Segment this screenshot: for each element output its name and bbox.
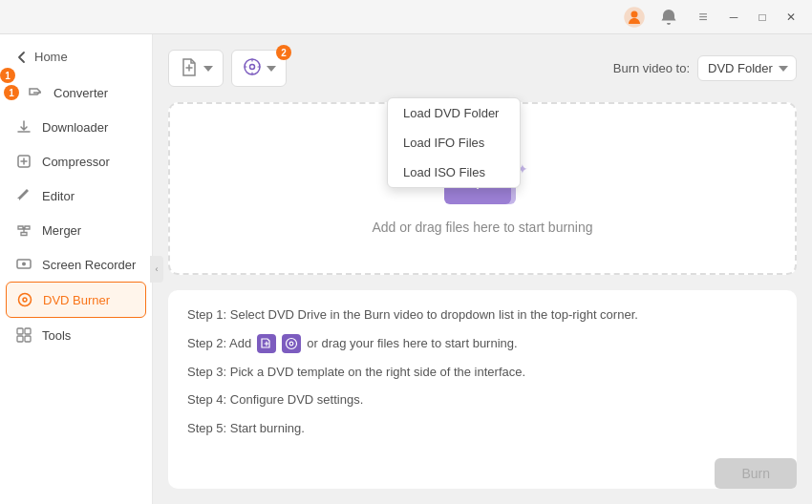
sidebar-tools-label: Tools: [42, 328, 71, 343]
collapse-handle[interactable]: ‹: [150, 256, 163, 283]
minimize-button[interactable]: ─: [720, 4, 747, 31]
editor-icon: [15, 187, 32, 204]
svg-point-1: [631, 10, 638, 17]
step-2: Step 2: Add or drag your files here to s…: [187, 334, 778, 353]
svg-rect-8: [25, 328, 31, 334]
dropdown-item-load-dvd-folder[interactable]: Load DVD Folder: [388, 98, 520, 128]
sidebar-item-editor[interactable]: Editor: [0, 178, 152, 213]
steps-panel: Step 1: Select DVD Drive in the Burn vid…: [168, 290, 797, 489]
sidebar-item-converter[interactable]: 1 Converter: [0, 75, 152, 110]
toolbar-left: 2: [168, 50, 287, 87]
sidebar-item-merger[interactable]: Merger: [0, 213, 152, 247]
user-icon[interactable]: [621, 4, 648, 31]
toolbar-right: Burn video to: DVD FolderDVD DiscISO Fil…: [613, 55, 797, 81]
step-1-text: Step 1: Select DVD Drive in the Burn vid…: [187, 305, 638, 325]
sidebar-item-compressor[interactable]: Compressor: [0, 144, 152, 178]
step-4: Step 4: Configure DVD settings.: [187, 390, 778, 410]
dvd-burner-icon: [16, 291, 33, 308]
bell-icon[interactable]: [655, 4, 682, 31]
step-2-prefix: Step 2: Add: [187, 334, 251, 353]
sidebar-compressor-label: Compressor: [42, 155, 110, 169]
back-arrow-icon: [15, 51, 29, 64]
step-3: Step 3: Pick a DVD template on the right…: [187, 363, 778, 382]
step-5: Step 5: Start burning.: [187, 419, 778, 438]
step-3-text: Step 3: Pick a DVD template on the right…: [187, 363, 525, 382]
load-dvd-dropdown-arrow: [267, 64, 276, 74]
maximize-button[interactable]: □: [749, 4, 776, 31]
svg-rect-7: [17, 328, 23, 334]
svg-point-14: [289, 342, 293, 346]
dropdown-item-load-iso-files[interactable]: Load ISO Files: [388, 158, 520, 187]
load-dvd-icon: [242, 56, 263, 80]
downloader-icon: [15, 118, 32, 136]
add-file-button[interactable]: [168, 50, 224, 87]
dropdown-item-load-ifo-files[interactable]: Load IFO Files: [388, 128, 520, 158]
sidebar-back-button[interactable]: Home: [0, 42, 152, 72]
load-dvd-button[interactable]: 2: [231, 50, 287, 87]
svg-point-5: [19, 294, 32, 306]
svg-point-6: [23, 298, 27, 302]
add-file-icon: [179, 56, 200, 80]
sidebar-downloader-label: Downloader: [42, 120, 108, 135]
close-button[interactable]: ✕: [778, 4, 804, 31]
svg-point-13: [287, 338, 297, 348]
burn-destination-select[interactable]: DVD FolderDVD DiscISO File: [697, 55, 797, 81]
burn-label: Burn video to:: [613, 61, 690, 75]
step-2-icon-add: [257, 334, 276, 353]
converter-badge: 1: [4, 85, 19, 100]
title-bar-extra-icons: ≡: [621, 4, 716, 31]
load-dvd-badge: 2: [276, 45, 291, 60]
step-2-suffix: or drag your files here to start burning…: [307, 334, 517, 353]
burn-button[interactable]: Burn: [715, 458, 797, 489]
sidebar-editor-label: Editor: [42, 189, 75, 203]
sidebar-item-screen-recorder[interactable]: Screen Recorder: [0, 247, 152, 282]
content-area: 2 Burn video to: DVD FolderDVD DiscISO F…: [153, 34, 812, 504]
svg-point-12: [250, 65, 255, 70]
main-layout: Home 1 1 Converter Downloader Compressor: [0, 34, 812, 504]
title-bar: ≡ ─ □ ✕: [0, 0, 812, 34]
step-1: Step 1: Select DVD Drive in the Burn vid…: [187, 305, 778, 325]
merger-icon: [15, 221, 32, 239]
toolbar: 2 Burn video to: DVD FolderDVD DiscISO F…: [168, 50, 797, 87]
load-dvd-dropdown-menu: Load DVD Folder Load IFO Files Load ISO …: [387, 97, 521, 188]
sidebar-converter-label: Converter: [53, 86, 108, 100]
step-4-text: Step 4: Configure DVD settings.: [187, 390, 363, 410]
svg-rect-10: [25, 336, 31, 342]
step-5-text: Step 5: Start burning.: [187, 419, 305, 438]
svg-point-4: [22, 262, 26, 266]
sidebar-merger-label: Merger: [42, 223, 81, 238]
sidebar: Home 1 1 Converter Downloader Compressor: [0, 34, 153, 504]
drop-zone-text: Add or drag files here to start burning: [372, 220, 592, 235]
screen-recorder-icon: [15, 256, 32, 273]
sidebar-item-dvd-burner[interactable]: DVD Burner: [6, 282, 146, 318]
converter-icon: [27, 84, 44, 101]
compressor-icon: [15, 153, 32, 170]
window-controls: ─ □ ✕: [720, 4, 804, 31]
svg-rect-9: [17, 336, 23, 342]
tools-icon: [15, 326, 32, 344]
sidebar-screen-recorder-label: Screen Recorder: [42, 258, 136, 272]
sidebar-item-downloader[interactable]: Downloader: [0, 110, 152, 144]
step-2-icon-dvd: [282, 334, 301, 353]
sidebar-item-tools[interactable]: Tools: [0, 318, 152, 352]
menu-icon[interactable]: ≡: [690, 4, 716, 31]
sidebar-badge: 1: [0, 68, 15, 83]
add-file-dropdown-arrow: [203, 64, 213, 74]
back-label: Home: [34, 50, 68, 64]
sidebar-dvd-burner-label: DVD Burner: [43, 293, 110, 307]
